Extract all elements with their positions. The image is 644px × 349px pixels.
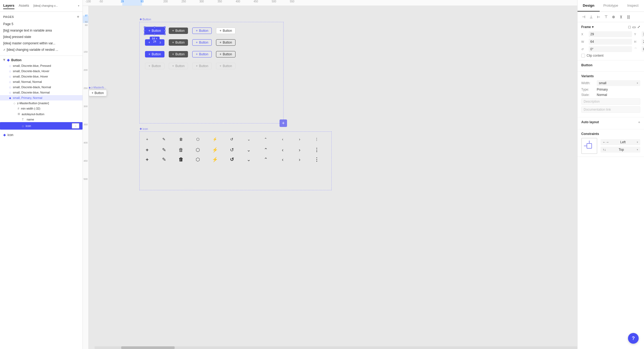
icon-refresh-2[interactable]: ↺ xyxy=(229,147,235,153)
icon-arrleft-1[interactable]: ‹ xyxy=(280,136,286,142)
icon-lightning-2[interactable]: ⚡ xyxy=(212,147,218,153)
icon-chevdown-3[interactable]: ⌄ xyxy=(246,156,252,163)
canvas-scroll[interactable]: ◆ z-Master/b... + Button ◆ Button xyxy=(89,6,577,349)
layer-button-group[interactable]: ▶ ◆ Button xyxy=(0,57,83,63)
btn-primary-3[interactable]: + Button xyxy=(145,51,164,57)
icon-chevdown-1[interactable]: ⌄ xyxy=(246,136,252,142)
btn-normal-1[interactable]: + Button xyxy=(216,28,235,34)
icon-export-1[interactable]: ⬡ xyxy=(195,136,201,142)
layer-item-3[interactable]: ◇ small, Discrete-blue, Hover xyxy=(0,74,83,79)
align-bottom[interactable]: ⊻ xyxy=(618,14,624,20)
icon-plus-2[interactable]: + xyxy=(144,147,150,153)
icon-refresh-1[interactable]: ↺ xyxy=(229,136,235,142)
btn-ghost-1[interactable]: + Button xyxy=(145,63,164,69)
btn-dark-2[interactable]: + Button xyxy=(169,39,188,46)
h-input[interactable] xyxy=(642,39,644,45)
icon-export-2[interactable]: ⬡ xyxy=(195,147,201,153)
layer-icon-group[interactable]: ◆ icon xyxy=(0,132,83,138)
constraint-v-dropdown[interactable]: ↑↓ Top ▾ xyxy=(600,147,640,153)
icon-pencil-3[interactable]: ✎ xyxy=(161,156,167,163)
layer-item-12[interactable]: ◇ icon ◇ xyxy=(0,122,83,130)
icon-refresh-3[interactable]: ↺ xyxy=(229,156,235,163)
auto-layout-add[interactable]: + xyxy=(638,120,640,124)
layer-item-2[interactable]: ◇ small, Discrete-black, Hover xyxy=(0,68,83,74)
help-button[interactable]: ? xyxy=(628,333,639,344)
width-dropdown[interactable]: small ▾ xyxy=(597,80,640,86)
icon-arrright-1[interactable]: › xyxy=(296,136,303,142)
scrollbar-thumb[interactable] xyxy=(121,346,175,349)
btn-discrete-black-1[interactable]: + Button xyxy=(169,28,188,34)
page-item-2[interactable]: [idea] pressed state xyxy=(0,34,83,40)
frame-resize-icon[interactable]: ⤢ xyxy=(637,25,640,29)
rot-input[interactable] xyxy=(589,46,632,52)
btn-discrete-blue-3[interactable]: + Button xyxy=(192,51,212,57)
frame-tablet-icon[interactable]: ▭ xyxy=(632,25,636,29)
align-center-h[interactable]: ⊥ xyxy=(588,14,594,20)
btn-discrete-blue-2[interactable]: + Button xyxy=(192,39,212,46)
align-right[interactable]: ⊢ xyxy=(596,14,602,20)
btn-ghost-4[interactable]: + Button xyxy=(216,63,235,69)
layer-item-1[interactable]: ◇ small, Discrete-blue, Pressed xyxy=(0,63,83,68)
icon-pencil-2[interactable]: ✎ xyxy=(161,147,167,153)
icon-arrleft-3[interactable]: ‹ xyxy=(280,156,286,163)
btn-outline-3[interactable]: + Button xyxy=(216,51,235,57)
icon-arrleft-2[interactable]: ‹ xyxy=(280,147,286,153)
layer-item-9[interactable]: # min width (-32) xyxy=(0,106,83,111)
layer-item-8[interactable]: ◇ z-Master/button [master] xyxy=(0,100,83,106)
pages-add-button[interactable]: + xyxy=(77,14,79,19)
constraint-h-dropdown[interactable]: ←→ Left ▾ xyxy=(600,139,640,145)
align-top[interactable]: ⊤ xyxy=(603,14,609,20)
icon-trash-3[interactable]: 🗑 xyxy=(178,156,184,163)
w-input[interactable] xyxy=(589,39,632,45)
icon-plus-3[interactable]: + xyxy=(144,156,150,163)
tab-layers[interactable]: Layers xyxy=(3,2,14,9)
page-item-4[interactable]: ✓ [idea] changing variable of nested ... xyxy=(0,46,83,53)
icon-trash-1[interactable]: 🗑 xyxy=(178,136,184,142)
doc-link-input[interactable]: Documentation link xyxy=(581,106,640,113)
ext-component[interactable]: + Button xyxy=(89,90,107,96)
icon-lightning-1[interactable]: ⚡ xyxy=(212,136,218,142)
page-item-0[interactable]: Page 5 xyxy=(0,21,83,27)
align-center-v[interactable]: ⊕ xyxy=(611,14,616,20)
page-item-3[interactable]: [idea] master component within var... xyxy=(0,40,83,46)
icon-dots-1[interactable]: ⋮ xyxy=(313,136,320,142)
icon-chevup-1[interactable]: ⌃ xyxy=(262,136,269,142)
x-input[interactable] xyxy=(589,31,632,37)
align-distribute[interactable]: ||| xyxy=(626,14,631,20)
btn-primary-pressed[interactable]: + Button xyxy=(145,28,164,34)
tab-idea[interactable]: [idea] changing v... xyxy=(33,3,58,9)
clip-content-checkbox[interactable] xyxy=(581,54,585,57)
icon-arrright-3[interactable]: › xyxy=(296,156,303,163)
right-tab-inspect[interactable]: Inspect xyxy=(622,0,644,11)
y-input[interactable] xyxy=(642,31,644,37)
icon-chevup-3[interactable]: ⌃ xyxy=(262,156,269,163)
layer-item-4[interactable]: ◇ small, Normal, Normal xyxy=(0,79,83,84)
description-input[interactable]: Description xyxy=(581,98,640,105)
btn-outline-2[interactable]: + Button xyxy=(216,39,235,46)
frame-chevron[interactable]: ▾ xyxy=(592,25,594,29)
layer-item-6[interactable]: ◇ small, Discrete-blue, Normal xyxy=(0,90,83,95)
icon-chevup-2[interactable]: ⌃ xyxy=(262,147,269,153)
icon-dots-2[interactable]: ⋮ xyxy=(313,147,320,153)
icon-pencil-1[interactable]: ✎ xyxy=(161,136,167,142)
scrollbar-bottom[interactable] xyxy=(95,346,577,349)
btn-ghost-2[interactable]: + Button xyxy=(169,63,188,69)
frame-mobile-icon[interactable]: □ xyxy=(629,25,631,29)
layer-item-5[interactable]: ◇ small, Discrete-black, Normal xyxy=(0,84,83,90)
align-left[interactable]: ⊣ xyxy=(581,14,587,20)
tab-assets[interactable]: Assets xyxy=(19,2,29,9)
corner-input[interactable] xyxy=(642,46,644,52)
icon-trash-2[interactable]: 🗑 xyxy=(178,147,184,153)
icon-plus-1[interactable]: + xyxy=(144,136,150,142)
btn-dark-3[interactable]: + Button xyxy=(169,51,188,57)
icon-chevdown-2[interactable]: ⌄ xyxy=(246,147,252,153)
icon-export-3[interactable]: ⬡ xyxy=(195,156,201,163)
layer-item-10[interactable]: ⊞ autolayout-button xyxy=(0,111,83,117)
right-tab-prototype[interactable]: Prototype xyxy=(600,0,622,11)
layer-item-11[interactable]: T name xyxy=(0,117,83,122)
icon-lightning-3[interactable]: ⚡ xyxy=(212,156,218,163)
right-tab-design[interactable]: Design xyxy=(578,0,600,11)
icon-dots-3[interactable]: ⋮ xyxy=(313,156,320,163)
btn-discrete-blue-1[interactable]: + Button xyxy=(192,28,212,34)
btn-ghost-3[interactable]: + Button xyxy=(192,63,212,69)
